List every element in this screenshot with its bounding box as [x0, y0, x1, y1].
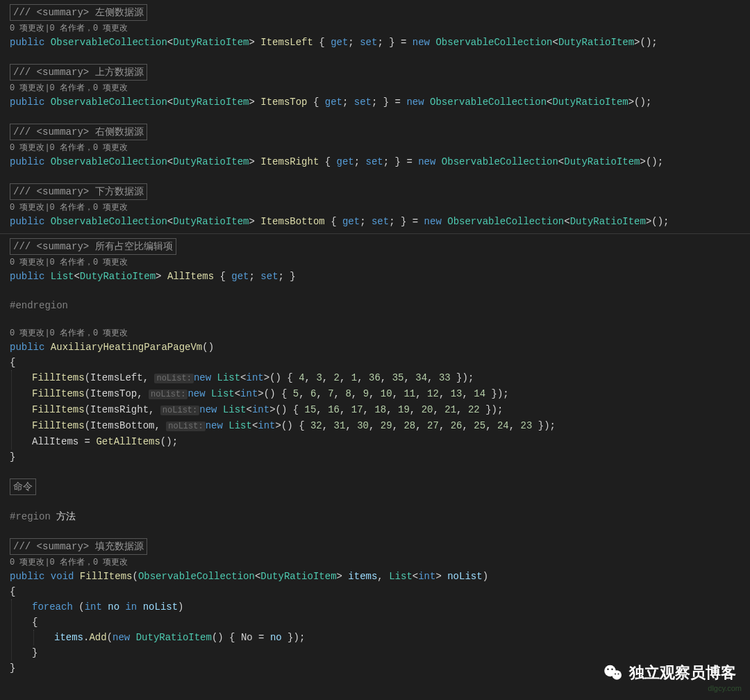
inlay-hint: noList:	[154, 374, 193, 383]
codelens[interactable]: 0 项更改|0 名作者，0 项更改	[10, 327, 750, 340]
code-line[interactable]: FillItems(ItemsTop, noList:new List<int>…	[32, 386, 750, 402]
property-block-all: /// <summary> 所有占空比编辑项 0 项更改|0 名作者，0 项更改…	[10, 238, 750, 284]
code-editor[interactable]: /// <summary> 左侧数据源 0 项更改|0 名作者，0 项更改 pu…	[0, 0, 750, 676]
code-line[interactable]: public ObservableCollection<DutyRatioIte…	[10, 35, 750, 50]
svg-point-3	[611, 669, 612, 670]
codelens[interactable]: 0 项更改|0 名作者，0 项更改	[10, 256, 750, 269]
codelens[interactable]: 0 项更改|0 名作者，0 项更改	[10, 201, 750, 214]
property-block-bottom: /// <summary> 下方数据源 0 项更改|0 名作者，0 项更改 pu…	[10, 183, 750, 229]
codelens[interactable]: 0 项更改|0 名作者，0 项更改	[10, 22, 750, 35]
collapsed-region[interactable]: 命令	[10, 478, 36, 495]
code-line[interactable]: AllItems = GetAllItems();	[32, 434, 750, 449]
code-line[interactable]: FillItems(ItemsRight, noList:new List<in…	[32, 402, 750, 418]
constructor-block: 0 项更改|0 名作者，0 项更改 public AuxiliaryHeatin…	[10, 327, 750, 465]
brace-open: {	[32, 615, 750, 630]
inlay-hint: noList:	[160, 406, 199, 415]
xml-doc-summary: /// <summary> 所有占空比编辑项	[10, 238, 176, 255]
inlay-hint: noList:	[149, 390, 188, 399]
code-line[interactable]: public List<DutyRatioItem> AllItems { ge…	[10, 269, 750, 284]
endregion[interactable]: #endregion	[10, 298, 750, 313]
brace-close: }	[10, 449, 750, 465]
svg-point-2	[607, 669, 608, 670]
xml-doc-summary: /// <summary> 上方数据源	[10, 64, 147, 81]
region-methods[interactable]: #region 方法	[10, 509, 750, 524]
codelens[interactable]: 0 项更改|0 名作者，0 项更改	[10, 556, 750, 569]
codelens[interactable]: 0 项更改|0 名作者，0 项更改	[10, 142, 750, 154]
code-line[interactable]: FillItems(ItemsLeft, noList:new List<int…	[32, 370, 750, 386]
xml-doc-summary: /// <summary> 下方数据源	[10, 183, 147, 200]
xml-doc-summary: /// <summary> 填充数据源	[10, 538, 147, 555]
watermark-text: 独立观察员博客	[629, 665, 736, 681]
svg-point-1	[612, 670, 622, 680]
code-line[interactable]: items.Add(new DutyRatioItem() { No = no …	[54, 630, 750, 645]
code-line[interactable]: public AuxiliaryHeatingParaPageVm()	[10, 340, 750, 355]
svg-point-4	[615, 674, 616, 675]
property-block-top: /// <summary> 上方数据源 0 项更改|0 名作者，0 项更改 pu…	[10, 64, 750, 110]
inlay-hint: noList:	[166, 422, 205, 431]
code-line[interactable]: public void FillItems(ObservableCollecti…	[10, 569, 750, 584]
svg-point-5	[618, 674, 619, 675]
property-block-right: /// <summary> 右侧数据源 0 项更改|0 名作者，0 项更改 pu…	[10, 124, 750, 169]
brace-close: }	[32, 645, 750, 660]
code-line[interactable]: public ObservableCollection<DutyRatioIte…	[10, 154, 750, 169]
method-block-fillitems: /// <summary> 填充数据源 0 项更改|0 名作者，0 项更改 pu…	[10, 538, 750, 676]
brace-open: {	[10, 355, 750, 370]
brace-open: {	[10, 584, 750, 599]
property-block-left: /// <summary> 左侧数据源 0 项更改|0 名作者，0 项更改 pu…	[10, 4, 750, 50]
xml-doc-summary: /// <summary> 左侧数据源	[10, 4, 147, 21]
domain-watermark: dlgcy.com	[708, 681, 742, 696]
code-line[interactable]: foreach (int no in noList)	[32, 599, 750, 615]
separator	[0, 233, 750, 234]
code-line[interactable]: public ObservableCollection<DutyRatioIte…	[10, 94, 750, 110]
code-line[interactable]: public ObservableCollection<DutyRatioIte…	[10, 214, 750, 229]
xml-doc-summary: /// <summary> 右侧数据源	[10, 124, 147, 140]
codelens[interactable]: 0 项更改|0 名作者，0 项更改	[10, 82, 750, 94]
code-line[interactable]: FillItems(ItemsBottom, noList:new List<i…	[32, 418, 750, 434]
wechat-icon	[603, 662, 624, 683]
